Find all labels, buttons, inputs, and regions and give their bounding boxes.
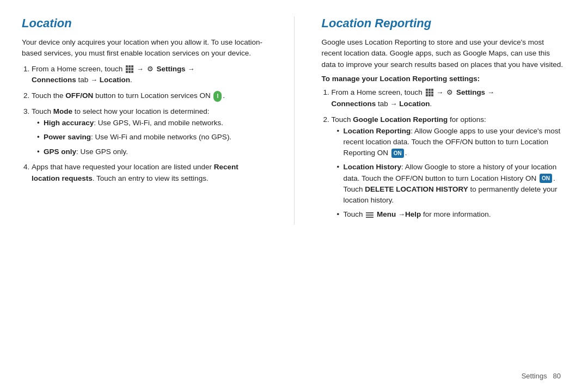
right-intro: Google uses Location Reporting to store … (322, 37, 567, 70)
connections-label-r: Connections (332, 100, 376, 108)
offon-label: OFF/ON (65, 91, 93, 100)
bullet-power-saving: Power saving: Use Wi-Fi and mobile netwo… (37, 132, 267, 143)
left-steps: From a Home screen, touch → ⚙ Settings →… (32, 64, 267, 185)
apps-grid-icon (126, 65, 133, 73)
location-reporting-bold: Location Reporting (344, 127, 411, 135)
mode-label: Mode (53, 107, 72, 115)
left-step-1: From a Home screen, touch → ⚙ Settings →… (32, 64, 267, 87)
right-column: Location Reporting Google uses Location … (322, 16, 567, 225)
footer-label: Settings (522, 372, 547, 380)
high-accuracy-bold: High accuracy (44, 119, 94, 127)
settings-label-r: Settings (456, 88, 485, 96)
arrow-r-3: → (390, 100, 397, 108)
on-badge-lr: ON (391, 149, 404, 158)
bullet-location-reporting: Location Reporting: Allow Google apps to… (337, 126, 567, 159)
arrow-icon-3: → (90, 76, 97, 84)
arrow-icon: → (137, 65, 144, 73)
bullet-location-history: Location History: Allow Google to store … (337, 162, 567, 206)
on-badge-lh: ON (540, 174, 552, 183)
left-step-4: Apps that have requested your location a… (32, 162, 267, 185)
column-divider (294, 16, 295, 225)
page-layout: Location Your device only acquires your … (22, 16, 566, 225)
right-subheading: To manage your Location Reporting settin… (322, 75, 567, 83)
settings-circle-icon-r: ⚙ (446, 87, 453, 98)
footer-page: 80 (553, 372, 561, 380)
arrow-r-1: → (436, 88, 443, 96)
left-column: Location Your device only acquires your … (22, 16, 267, 225)
menu-icon (366, 212, 373, 218)
power-saving-bold: Power saving (44, 133, 91, 141)
left-title: Location (22, 16, 267, 30)
delete-bold: DELETE LOCATION HISTORY (365, 185, 468, 193)
location-history-bold: Location History (344, 163, 402, 171)
bullet-high-accuracy: High accuracy: Use GPS, Wi-Fi, and mobil… (37, 118, 267, 128)
arrow-icon-2: → (187, 65, 194, 73)
right-step-2: Touch Google Location Reporting for opti… (332, 114, 567, 220)
arrow-menu: → (398, 210, 405, 218)
right-title: Location Reporting (322, 16, 567, 30)
location-label-r: Location (399, 100, 430, 108)
left-step-3: Touch Mode to select how your location i… (32, 106, 267, 157)
right-bullets: Location Reporting: Allow Google apps to… (337, 126, 567, 220)
on-toggle: I (213, 91, 222, 102)
help-bold: Help (405, 210, 421, 218)
settings-label: Settings (156, 65, 185, 73)
connections-label: Connections (32, 76, 76, 84)
left-intro: Your device only acquires your location … (22, 37, 267, 59)
footer: Settings 80 (522, 372, 561, 380)
google-location-bold: Google Location Reporting (353, 115, 448, 124)
location-label: Location (100, 76, 130, 84)
right-steps: From a Home screen, touch → ⚙ Settings →… (332, 87, 567, 220)
bullet-gps-only: GPS only: Use GPS only. (37, 146, 267, 157)
settings-circle-icon: ⚙ (147, 64, 154, 75)
mode-bullets: High accuracy: Use GPS, Wi-Fi, and mobil… (37, 118, 267, 157)
bullet-touch-menu: Touch Menu →Help for more information. (337, 209, 567, 220)
left-step-2: Touch the OFF/ON button to turn Location… (32, 90, 267, 102)
gps-only-bold: GPS only (44, 148, 76, 156)
apps-grid-icon-r (426, 89, 433, 96)
menu-bold: Menu (377, 210, 396, 218)
recent-location-bold: Recent location requests (32, 163, 238, 182)
arrow-r-2: → (487, 88, 494, 96)
right-step-1: From a Home screen, touch → ⚙ Settings →… (332, 87, 567, 110)
